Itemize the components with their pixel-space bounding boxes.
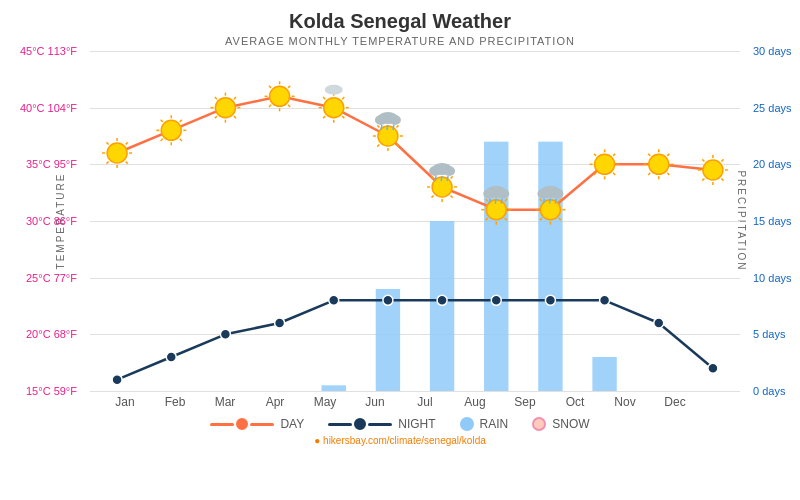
- grid-line: [90, 391, 740, 392]
- sun-ray: [126, 142, 128, 144]
- x-label: Sep: [500, 395, 550, 409]
- sun-ray: [721, 159, 723, 161]
- rain-bar: [484, 142, 508, 391]
- y-left-label: 30°C 86°F: [26, 215, 77, 227]
- night-dot: [112, 375, 122, 385]
- svg-point-22: [537, 189, 549, 199]
- x-label: Aug: [450, 395, 500, 409]
- svg-line-13: [495, 199, 496, 204]
- night-dot: [383, 295, 393, 305]
- y-right-label: 10 days: [753, 272, 792, 284]
- sun-ray: [702, 178, 704, 180]
- sun-ray: [161, 120, 163, 122]
- svg-point-11: [443, 166, 455, 176]
- svg-line-12: [489, 199, 490, 204]
- sun-ray: [594, 154, 596, 156]
- legend-rain-label: RAIN: [480, 417, 509, 431]
- svg-line-19: [549, 199, 550, 204]
- y-axis-right: 30 days25 days20 days15 days10 days5 day…: [745, 51, 800, 391]
- sun-ray: [377, 125, 379, 127]
- day-dot: [270, 86, 290, 106]
- cloud-sun-icon: [325, 85, 343, 95]
- svg-point-17: [497, 189, 509, 199]
- legend-snow-label: SNOW: [552, 417, 589, 431]
- y-right-label: 30 days: [753, 45, 792, 57]
- x-axis: JanFebMarAprMayJunJulAugSepOctNovDec: [90, 395, 710, 409]
- day-dot: [703, 160, 723, 180]
- svg-line-0: [381, 125, 382, 130]
- y-left-label: 15°C 59°F: [26, 385, 77, 397]
- sun-ray: [269, 105, 271, 107]
- chart-container: Kolda Senegal Weather AVERAGE MONTHLY TE…: [0, 0, 800, 500]
- night-dot: [220, 329, 230, 339]
- y-left-label: 35°C 95°F: [26, 158, 77, 170]
- sun-ray: [234, 116, 236, 118]
- svg-point-5: [389, 115, 401, 125]
- sun-ray: [396, 125, 398, 127]
- y-left-label: 25°C 77°F: [26, 272, 77, 284]
- rain-bar: [322, 385, 346, 391]
- sun-ray: [342, 116, 344, 118]
- svg-line-2: [393, 125, 394, 130]
- night-dot: [166, 352, 176, 362]
- day-dot: [324, 98, 344, 118]
- sun-ray: [269, 86, 271, 88]
- y-right-label: 0 days: [753, 385, 785, 397]
- sun-ray: [288, 86, 290, 88]
- sun-ray: [161, 139, 163, 141]
- sun-ray: [431, 195, 433, 197]
- night-dot: [545, 295, 555, 305]
- svg-line-8: [447, 176, 448, 181]
- chart-area: [90, 51, 740, 391]
- night-dot: [708, 363, 718, 373]
- sun-ray: [667, 173, 669, 175]
- x-label: Jan: [100, 395, 150, 409]
- sun-ray: [377, 144, 379, 146]
- sun-ray: [288, 105, 290, 107]
- sun-ray: [667, 154, 669, 156]
- sun-ray: [323, 97, 325, 99]
- legend-night-label: NIGHT: [398, 417, 435, 431]
- sun-ray: [323, 116, 325, 118]
- night-dot: [491, 295, 501, 305]
- day-dot: [107, 143, 127, 163]
- rain-bar: [538, 142, 562, 391]
- sun-ray: [451, 195, 453, 197]
- night-dot: [275, 318, 285, 328]
- svg-line-6: [435, 176, 436, 181]
- svg-point-10: [429, 166, 441, 176]
- y-right-label: 20 days: [753, 158, 792, 170]
- x-label: Mar: [200, 395, 250, 409]
- sun-ray: [215, 116, 217, 118]
- svg-line-7: [441, 176, 442, 181]
- x-label: Jul: [400, 395, 450, 409]
- sun-ray: [648, 173, 650, 175]
- temperature-line: [117, 300, 713, 379]
- sun-ray: [613, 173, 615, 175]
- day-dot: [595, 154, 615, 174]
- svg-point-16: [483, 189, 495, 199]
- sun-ray: [234, 97, 236, 99]
- x-label: Oct: [550, 395, 600, 409]
- chart-title: Kolda Senegal Weather: [0, 10, 800, 33]
- sun-ray: [126, 161, 128, 163]
- y-left-label: 20°C 68°F: [26, 328, 77, 340]
- x-label: May: [300, 395, 350, 409]
- svg-point-23: [551, 189, 563, 199]
- y-right-label: 25 days: [753, 102, 792, 114]
- sun-ray: [648, 154, 650, 156]
- watermark: ● hikersbay.com/climate/senegal/kolda: [0, 435, 800, 446]
- legend-day: DAY: [210, 417, 304, 431]
- svg-line-14: [501, 199, 502, 204]
- day-dot: [161, 120, 181, 140]
- svg-line-1: [387, 125, 388, 130]
- svg-line-20: [555, 199, 556, 204]
- sun-ray: [613, 154, 615, 156]
- sun-ray: [106, 161, 108, 163]
- rain-bar: [592, 357, 616, 391]
- svg-point-4: [375, 115, 387, 125]
- x-label: Nov: [600, 395, 650, 409]
- y-left-label: 40°C 104°F: [20, 102, 77, 114]
- sun-ray: [342, 97, 344, 99]
- sun-ray: [451, 176, 453, 178]
